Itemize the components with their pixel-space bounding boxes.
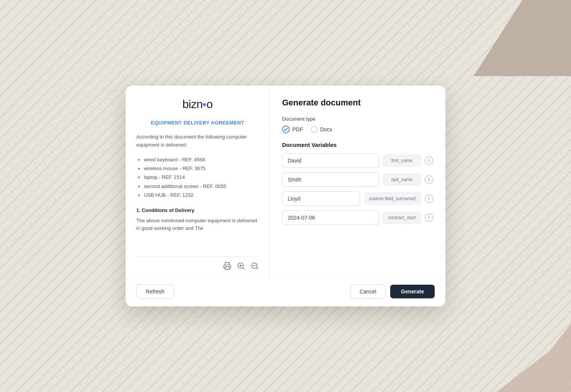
variable-input-contract-start[interactable] (282, 210, 379, 225)
pdf-label: PDF (292, 126, 303, 132)
pdf-radio-option[interactable]: PDF (282, 126, 303, 133)
logo-dot (203, 103, 206, 106)
svg-line-3 (242, 268, 244, 269)
logo-area: bizno (136, 98, 259, 111)
bg-shape-top-right (449, 0, 571, 76)
variable-input-firstname[interactable] (282, 153, 379, 168)
refresh-button[interactable]: Refresh (136, 284, 174, 299)
document-intro-text: According to this document the following… (136, 133, 259, 149)
svg-line-7 (256, 268, 258, 269)
zoom-in-icon[interactable] (237, 262, 245, 270)
variable-info-firstname[interactable]: i (425, 156, 433, 165)
generate-document-heading: Generate document (282, 98, 433, 108)
cancel-button[interactable]: Cancel (350, 284, 386, 299)
bg-shape-bottom-right (464, 323, 571, 392)
document-type-label: Document type (282, 116, 433, 122)
list-item: wireless mouse - REF. 3675 (144, 164, 259, 173)
docx-radio-button (311, 126, 317, 133)
conditions-section-title: 1. Conditions of Delivery (136, 207, 259, 213)
generate-form-panel: Generate document Document type PDF Do (270, 86, 445, 278)
variable-tag-firstname: first_name (383, 155, 421, 167)
variable-input-lastname[interactable] (282, 172, 379, 187)
list-item: laptop - REF. 2314 (144, 173, 259, 182)
document-preview-panel: bizno EQUIPMENT DELIVERY AGREEMENT Accor… (126, 86, 270, 278)
svg-rect-0 (225, 267, 229, 269)
document-agreement-title: EQUIPMENT DELIVERY AGREEMENT (136, 120, 259, 126)
document-toolbar (136, 256, 259, 270)
footer-right-actions: Cancel Generate (350, 284, 435, 299)
document-type-radio-group: PDF Docx (282, 126, 433, 133)
modal-footer: Refresh Cancel Generate (126, 278, 445, 306)
list-item: wired keyboard - REF. 4568 (144, 155, 259, 164)
variable-info-surname2[interactable]: i (425, 194, 433, 203)
generate-button[interactable]: Generate (390, 285, 435, 298)
variable-input-surname2[interactable] (282, 191, 360, 206)
equipment-list: wired keyboard - REF. 4568 wireless mous… (136, 155, 259, 200)
variable-info-contract-start[interactable]: i (425, 214, 433, 222)
variable-row-lastname: last_name i (282, 172, 433, 187)
docx-label: Docx (320, 126, 332, 132)
variable-tag-contract-start: contract_start (383, 212, 421, 224)
variable-row-firstname: first_name i (282, 153, 433, 168)
print-icon[interactable] (223, 262, 231, 270)
list-item: second additional screen - REF. 0035 (144, 182, 259, 191)
variable-tag-surname2: custom field_surname2 (364, 193, 421, 205)
conditions-section-body: The above mentioned computer equipment i… (136, 217, 259, 233)
zoom-out-icon[interactable] (250, 262, 259, 270)
document-variables-heading: Document Variables (282, 142, 433, 148)
list-item: USB HUB - REF. 1232 (144, 191, 259, 199)
generate-document-modal: bizno EQUIPMENT DELIVERY AGREEMENT Accor… (126, 86, 445, 306)
variable-tag-lastname: last_name (383, 174, 421, 186)
bizneo-logo: bizno (182, 98, 212, 110)
pdf-radio-checked (282, 126, 290, 133)
variable-row-surname2: custom field_surname2 i (282, 191, 433, 206)
docx-radio-option[interactable]: Docx (311, 126, 332, 133)
modal-body: bizno EQUIPMENT DELIVERY AGREEMENT Accor… (126, 86, 445, 278)
variable-row-contract-start: contract_start i (282, 210, 433, 225)
variable-info-lastname[interactable]: i (425, 175, 433, 184)
modal-overlay: bizno EQUIPMENT DELIVERY AGREEMENT Accor… (126, 86, 445, 306)
